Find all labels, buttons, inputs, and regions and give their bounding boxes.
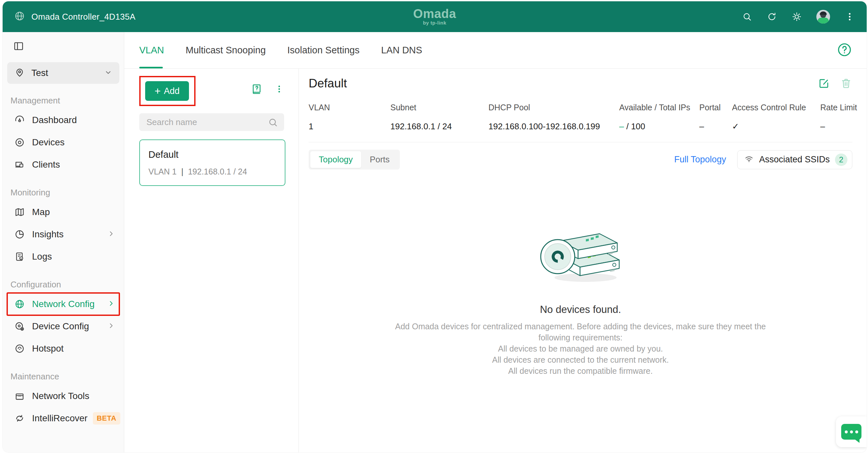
toolbox-icon [14,391,25,401]
more-menu-icon[interactable] [844,11,855,22]
main-area: VLAN Multicast Snooping Isolation Settin… [124,32,867,452]
sync-arrows-icon [14,413,25,424]
empty-state-description: Add Omada devices for centralized manage… [395,321,766,376]
edit-icon[interactable] [818,77,830,90]
col-portal: Portal [699,103,732,112]
toggle-ports[interactable]: Ports [361,151,398,168]
user-avatar[interactable] [816,10,830,24]
site-selector[interactable]: Test [7,62,119,84]
cell-access-control-rule: ✓ [732,121,820,132]
top-bar: Omada Controller_4D135A Omada by tp-link [3,1,867,32]
help-guide-icon[interactable] [251,83,262,96]
omada-controller-window: Omada Controller_4D135A Omada by tp-link [3,1,867,452]
cell-available-total-ips: – / 100 [619,121,699,132]
sidebar-item-devices[interactable]: Devices [7,131,119,153]
cell-subnet: 192.168.0.1 / 24 [390,121,489,132]
col-subnet: Subnet [390,103,489,112]
cell-vlan: 1 [309,121,390,132]
omada-logo-subtext: by tp-link [413,20,456,26]
omada-logo-text: Omada [413,8,456,19]
tabs-bar: VLAN Multicast Snooping Isolation Settin… [124,32,867,69]
sidebar-item-device-config[interactable]: Device Config [7,315,119,338]
globe-icon [14,11,25,23]
topology-toolbar: Topology Ports Full Topology [309,150,852,170]
chevron-right-icon [107,299,115,309]
hotspot-icon [14,343,25,354]
plus-icon: + [155,86,161,96]
col-vlan: VLAN [309,103,390,112]
search-input[interactable] [139,113,284,131]
tab-vlan[interactable]: VLAN [139,32,164,68]
sidebar-item-logs[interactable]: Logs [7,246,119,268]
controller-identity: Omada Controller_4D135A [14,11,135,23]
ssids-count-badge: 2 [835,153,847,166]
sidebar-item-network-tools[interactable]: Network Tools [7,385,119,407]
sidebar-collapse-icon[interactable] [13,40,24,52]
controller-title: Omada Controller_4D135A [31,12,135,22]
feedback-chat-button[interactable] [836,416,867,447]
chevron-down-icon [104,68,113,78]
check-icon: ✓ [732,121,739,131]
tab-lan-dns[interactable]: LAN DNS [381,32,423,68]
refresh-icon[interactable] [767,11,777,22]
col-dhcp-pool: DHCP Pool [489,103,619,112]
help-icon[interactable] [837,42,852,59]
sidebar-section-management: Management Dashboard Device [7,95,119,176]
location-pin-icon [14,67,25,79]
map-icon [14,207,25,217]
vlan-meta: VLAN 1 | 192.168.0.1 / 24 [148,167,276,177]
section-label: Configuration [10,280,119,290]
site-name: Test [31,68,48,78]
delete-icon[interactable] [840,77,852,90]
vlan-name: Default [148,149,276,160]
vlan-table-header: VLAN Subnet DHCP Pool Available / Total … [309,103,852,112]
cell-portal: – [699,121,732,132]
beta-badge: BETA [93,412,120,425]
list-more-icon[interactable] [274,84,284,95]
sidebar-section-maintenance: Maintenance Network Tools [7,372,119,429]
full-topology-link[interactable]: Full Topology [674,154,726,165]
vlan-search [139,113,284,131]
section-divider [309,142,852,142]
vlan-detail-title: Default [309,77,347,90]
wifi-icon [744,154,754,165]
sidebar: Test Management Dashboard [3,32,124,452]
vlan-detail-panel: Default [299,69,867,452]
associated-ssids-button[interactable]: Associated SSIDs 2 [737,150,852,169]
sidebar-item-intellirecover[interactable]: IntelliRecover BETA [7,407,119,429]
access-point-icon [14,137,25,148]
search-icon[interactable] [268,117,278,129]
theme-toggle-icon[interactable] [792,11,802,22]
sidebar-item-map[interactable]: Map [7,201,119,223]
sidebar-item-dashboard[interactable]: Dashboard [7,109,119,131]
col-rate-limit: Rate Limit [820,103,867,112]
vlan-list-item-default[interactable]: Default VLAN 1 | 192.168.0.1 / 24 [139,139,285,186]
toggle-topology[interactable]: Topology [310,151,361,168]
tab-multicast-snooping[interactable]: Multicast Snooping [186,32,266,68]
sidebar-item-clients[interactable]: Clients [7,153,119,176]
empty-state-title: No devices found. [540,304,621,316]
add-button-annotation: + Add [139,76,195,106]
vlan-list-panel: + Add Default [124,69,299,452]
separator: | [181,167,183,177]
sidebar-section-configuration: Configuration Network Config [7,280,119,360]
device-gear-icon [14,321,25,332]
omada-logo: Omada by tp-link [413,8,456,26]
chevron-right-icon [107,321,115,331]
sidebar-item-network-config[interactable]: Network Config [7,293,119,315]
vlan-table-row: 1 192.168.0.1 / 24 192.168.0.100-192.168… [309,121,852,132]
sidebar-item-insights[interactable]: Insights [7,223,119,246]
sidebar-item-hotspot[interactable]: Hotspot [7,338,119,360]
col-available-total-ips: Available / Total IPs [619,103,699,112]
add-vlan-button[interactable]: + Add [145,81,189,101]
cell-dhcp-pool: 192.168.0.100-192.168.0.199 [489,121,619,132]
section-label: Management [10,95,119,106]
chat-bubble-icon [841,424,862,439]
devices-illustration [532,218,630,288]
vlan-list-tools [251,83,284,96]
tab-isolation-settings[interactable]: Isolation Settings [287,32,360,68]
log-document-icon [14,251,25,262]
view-toggle: Topology Ports [309,150,400,170]
search-icon[interactable] [742,11,752,22]
section-label: Monitoring [10,188,119,198]
